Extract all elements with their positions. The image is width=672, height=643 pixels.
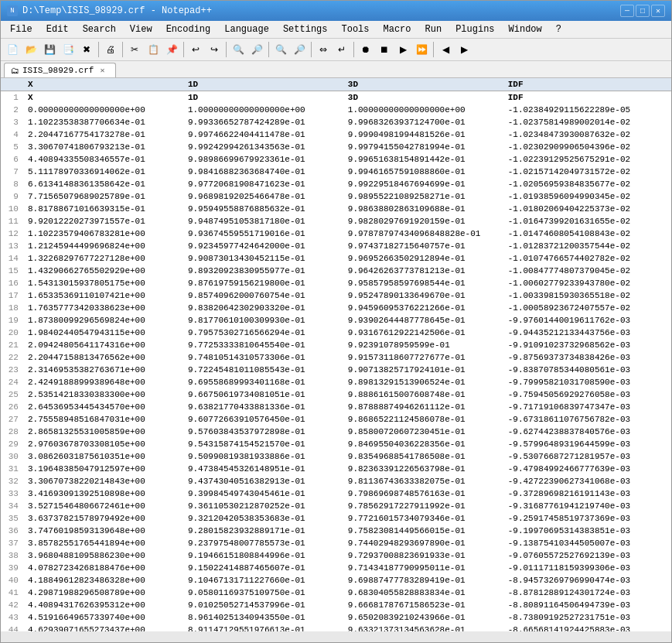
table-row: 4 2.20447167754173278e-01 9.997466224044…	[1, 128, 671, 141]
cell-idf: -1.00339815930365518e-02	[503, 289, 671, 302]
table-row: 9 7.71565079689025789e-01 9.968981920254…	[1, 190, 671, 203]
table-row: 40 4.18849612823486328e+00 9.10467131711…	[1, 574, 671, 587]
cut-button[interactable]: ✂	[126, 41, 143, 58]
minimize-button[interactable]: ─	[620, 5, 634, 17]
cell-1d: 9.36110530212870252e-01	[183, 500, 343, 512]
tab-close-button[interactable]: ✕	[97, 65, 107, 76]
close-button-tb[interactable]: ✖	[78, 41, 95, 58]
zoom-out-button[interactable]: 🔎	[291, 41, 308, 58]
cell-linenum: 19	[1, 314, 23, 327]
copy-button[interactable]: 📋	[145, 41, 162, 58]
cell-3d: 9.99683263937124700e-01	[343, 116, 503, 128]
cell-x: 3.30670741806793213e-01	[23, 141, 183, 153]
menu-language[interactable]: Language	[218, 22, 275, 36]
undo-button[interactable]: ↩	[187, 41, 204, 58]
table-row: 42 4.40894317626395312e+00 9.01025052714…	[1, 599, 671, 611]
cell-linenum: 17	[1, 289, 23, 302]
menu-view[interactable]: View	[124, 22, 159, 36]
maximize-button[interactable]: □	[636, 5, 650, 17]
cell-linenum: 9	[1, 190, 23, 203]
new-button[interactable]: 📄	[4, 41, 21, 58]
menu-settings[interactable]: Settings	[277, 22, 334, 36]
save-button[interactable]: 💾	[41, 41, 58, 58]
menu-plugins[interactable]: Plugins	[449, 22, 500, 36]
cell-x: 1.65335369110107421e+00	[23, 289, 183, 302]
cell-linenum: 26	[1, 401, 23, 413]
zoom-in-button[interactable]: 🔍	[272, 41, 289, 58]
prev-btn[interactable]: ◀	[437, 41, 454, 58]
cell-3d: 9.65020839210243966e-01	[343, 611, 503, 624]
cell-1d: 9.95949558876885632e-01	[183, 203, 343, 215]
cell-linenum: 36	[1, 525, 23, 537]
cell-1d: 9.57603843537972898e-01	[183, 426, 343, 438]
cell-1d: 9.93674559551719016e-01	[183, 227, 343, 240]
menu-help[interactable]: ?	[550, 22, 568, 36]
open-button[interactable]: 📂	[22, 41, 39, 58]
cell-x: 1.76357773420338623e+00	[23, 302, 183, 314]
cell-1d: 9.01025052714537996e-01	[183, 599, 343, 611]
print-button[interactable]: 🖨	[102, 41, 119, 58]
cell-linenum: 1	[1, 91, 23, 104]
cell-1d: 9.74810514310573306e-01	[183, 351, 343, 364]
cell-1d: 9.92345977424642000e-01	[183, 240, 343, 252]
menu-encoding[interactable]: Encoding	[160, 22, 217, 36]
menu-macro[interactable]: Macro	[377, 22, 418, 36]
paste-button[interactable]: 📌	[163, 41, 180, 58]
macro-stop-button[interactable]: ⏹	[376, 41, 393, 58]
tab-isis-file[interactable]: 🗂 ISIS_98929.crf ✕	[4, 63, 116, 77]
close-button[interactable]: ✕	[651, 5, 665, 17]
menu-file[interactable]: File	[4, 22, 39, 36]
cell-x: 2.20447158813476562e+00	[23, 351, 183, 364]
cell-linenum: 20	[1, 327, 23, 339]
header-1d: 1D	[183, 78, 343, 91]
find-replace-button[interactable]: 🔎	[248, 41, 265, 58]
cell-x: 1.54313015937805175e+00	[23, 277, 183, 289]
cell-x: 1.10223579406783281e+00	[23, 227, 183, 240]
main-window: N D:\Temp\ISIS_98929.crf - Notepad++ ─ □…	[0, 0, 672, 643]
cell-linenum: 13	[1, 240, 23, 252]
redo-button[interactable]: ↪	[206, 41, 223, 58]
cell-idf: -9.87569373734838426e-03	[503, 351, 671, 364]
sync-scroll-button[interactable]: ⇔	[315, 41, 332, 58]
cell-idf: -9.13875410344505007e-03	[503, 537, 671, 549]
next-btn[interactable]: ▶	[455, 41, 472, 58]
cell-x: 2.42491888999389648e+00	[23, 376, 183, 388]
cell-x: 3.85782551765441894e+00	[23, 537, 183, 549]
cell-1d: 9.85740962000760754e-01	[183, 289, 343, 302]
menu-edit[interactable]: Edit	[40, 22, 75, 36]
cell-1d: 9.32120420538353683e-01	[183, 512, 343, 525]
find-button[interactable]: 🔍	[230, 41, 247, 58]
cell-x: 4.18849612823486328e+00	[23, 574, 183, 587]
save-all-button[interactable]: 📑	[60, 41, 77, 58]
cell-x: 5.11178970336914062e-01	[23, 166, 183, 178]
macro-play-button[interactable]: ▶	[394, 41, 411, 58]
cell-3d: 9.75823081449566015e-01	[343, 525, 503, 537]
cell-1d: 9.99746622404411478e-01	[183, 128, 343, 141]
cell-x: 3.63737821578979492e+00	[23, 512, 183, 525]
content-area[interactable]: X 1D 3D IDF 1 X 1D 3D IDF 2 0.0000000000…	[1, 78, 671, 631]
cell-1d: 9.05801169375109750e-01	[183, 587, 343, 599]
cell-x: 3.19648385047912597e+00	[23, 463, 183, 475]
cell-linenum: 14	[1, 252, 23, 265]
cell-linenum: 3	[1, 116, 23, 128]
table-body: 1 X 1D 3D IDF 2 0.00000000000000000e+00 …	[1, 91, 671, 632]
table-row: 34 3.52715464806672461e+00 9.36110530212…	[1, 500, 671, 512]
window-titlebar: N D:\Temp\ISIS_98929.crf - Notepad++ ─ □…	[1, 1, 671, 21]
table-row: 7 5.11178970336914062e-01 9.984168823636…	[1, 166, 671, 178]
macro-rec-button[interactable]: ⏺	[357, 41, 374, 58]
menu-search[interactable]: Search	[77, 22, 122, 36]
cell-idf: -9.47984992466777639e-03	[503, 463, 671, 475]
table-row: 14 1.32268297677227128e+00 9.90873013430…	[1, 252, 671, 265]
menu-run[interactable]: Run	[419, 22, 449, 36]
wrap-button[interactable]: ↵	[333, 41, 350, 58]
cell-idf: -8.87812889124301724e-03	[503, 587, 671, 599]
menu-tools[interactable]: Tools	[335, 22, 375, 36]
cell-idf: -9.25917458519737369e-03	[503, 512, 671, 525]
run-macro-button[interactable]: ⏩	[413, 41, 430, 58]
menu-window[interactable]: Window	[503, 22, 548, 36]
cell-3d: 9.99904981994481526e-01	[343, 128, 503, 141]
cell-x: 4.51916649657339740e+00	[23, 611, 183, 624]
cell-idf: -1.02302909906504396e-02	[503, 141, 671, 153]
cell-3d: 9.99651638154891442e-01	[343, 153, 503, 166]
sep3	[183, 42, 184, 57]
